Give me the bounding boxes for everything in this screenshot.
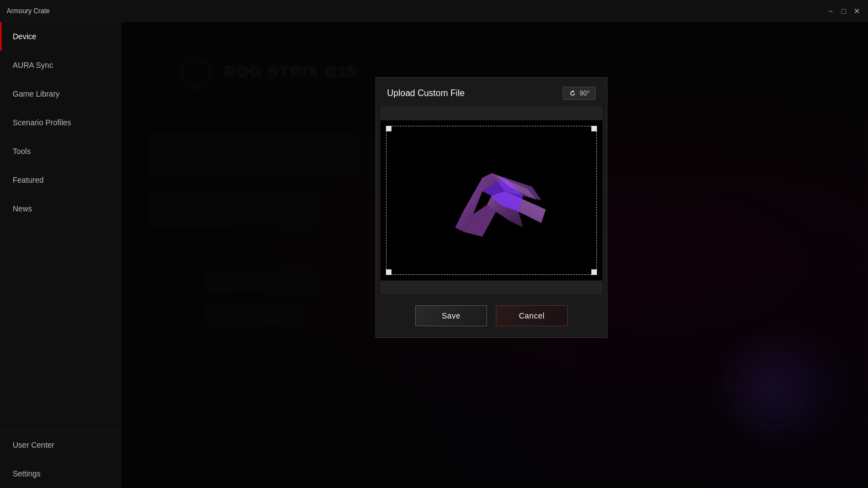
titlebar: Armoury Crate − □ ✕ (0, 0, 868, 22)
preview-canvas[interactable] (380, 120, 602, 280)
preview-bottom-bar (380, 280, 602, 294)
sidebar-label-news: News (13, 204, 32, 213)
cancel-button[interactable]: Cancel (496, 305, 568, 326)
sidebar-item-scenario-profiles[interactable]: Scenario Profiles (0, 108, 121, 137)
sidebar-item-aura-sync[interactable]: AURA Sync (0, 51, 121, 79)
save-button[interactable]: Save (415, 305, 487, 326)
dialog-preview (380, 107, 602, 294)
window-controls: − □ ✕ (826, 7, 861, 15)
rotate-button[interactable]: 90° (563, 87, 596, 100)
preview-top-bar (380, 107, 602, 120)
dialog-title: Upload Custom File (387, 88, 465, 98)
sidebar-bottom: User Center Settings (0, 430, 121, 488)
sidebar-item-featured[interactable]: Featured (0, 166, 121, 194)
sidebar: Device AURA Sync Game Library Scenario P… (0, 22, 121, 488)
dialog-header: Upload Custom File 90° (376, 78, 607, 107)
minimize-button[interactable]: − (826, 7, 835, 15)
sidebar-item-game-library[interactable]: Game Library (0, 79, 121, 108)
sidebar-item-settings[interactable]: Settings (0, 459, 121, 488)
dialog-footer: Save Cancel (376, 294, 607, 337)
main-content: ROG STRIX G15 Upload Custom File 90° (121, 22, 868, 488)
rotate-label: 90° (580, 89, 590, 97)
handle-tl[interactable] (386, 126, 391, 131)
close-button[interactable]: ✕ (853, 7, 861, 15)
sidebar-label-user-center: User Center (13, 441, 54, 449)
upload-dialog: Upload Custom File 90° (375, 77, 607, 338)
sidebar-spacer (0, 223, 121, 430)
handle-br[interactable] (591, 269, 597, 275)
sidebar-label-aura-sync: AURA Sync (13, 61, 53, 70)
maximize-button[interactable]: □ (839, 7, 848, 15)
handle-tr[interactable] (591, 126, 597, 131)
sidebar-item-tools[interactable]: Tools (0, 137, 121, 166)
rog-logo-preview (428, 137, 555, 264)
sidebar-label-game-library: Game Library (13, 89, 60, 98)
sidebar-label-device: Device (13, 32, 36, 41)
rotate-icon (569, 89, 576, 97)
sidebar-label-tools: Tools (13, 147, 31, 156)
sidebar-label-settings: Settings (13, 469, 41, 478)
sidebar-label-scenario-profiles: Scenario Profiles (13, 118, 71, 127)
sidebar-label-featured: Featured (13, 176, 44, 184)
sidebar-item-user-center[interactable]: User Center (0, 431, 121, 459)
sidebar-item-device[interactable]: Device (0, 22, 121, 51)
app-title: Armoury Crate (7, 7, 50, 15)
handle-bl[interactable] (386, 269, 391, 275)
sidebar-item-news[interactable]: News (0, 194, 121, 223)
